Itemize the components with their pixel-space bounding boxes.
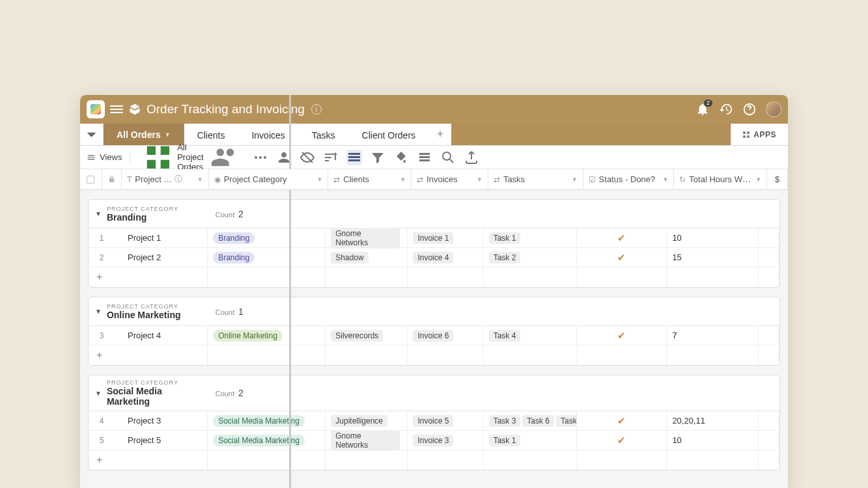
column-tasks[interactable]: ⇄ Tasks ▼ — [488, 169, 583, 189]
cell-tasks[interactable]: Task 1 — [484, 228, 578, 247]
cell-invoice[interactable]: Invoice 6 — [408, 326, 483, 345]
cell-status[interactable]: ✔ — [577, 228, 667, 247]
column-menu-button[interactable]: ▼ — [662, 176, 668, 183]
cell-tasks[interactable]: Task 4 — [484, 326, 578, 345]
task-pill[interactable]: Task 4 — [489, 330, 521, 342]
search-button[interactable] — [440, 150, 456, 165]
sort-button[interactable] — [323, 150, 339, 165]
cell-category[interactable]: Online Marketing — [208, 326, 326, 345]
share-users-button[interactable] — [276, 150, 292, 165]
column-menu-button[interactable]: ▼ — [316, 176, 322, 183]
cell-tasks[interactable]: Task 3Task 6Task — [484, 411, 578, 430]
cell-tasks[interactable]: Task 2 — [484, 248, 578, 267]
column-rate[interactable]: $ — [767, 169, 788, 189]
cell-category[interactable]: Social Media Marketing — [208, 431, 326, 450]
cell-invoice[interactable]: Invoice 3 — [408, 431, 483, 450]
row-name-cell[interactable]: 5 Project 5 — [89, 431, 208, 450]
client-pill[interactable]: Gnome Networks — [331, 228, 400, 249]
task-pill[interactable]: Task 1 — [489, 232, 521, 244]
expand-tables-button[interactable] — [80, 124, 104, 145]
row-name-cell[interactable]: 4 Project 3 — [89, 411, 208, 430]
user-avatar[interactable] — [766, 102, 781, 117]
cell-rate[interactable] — [759, 411, 779, 430]
cell-client[interactable]: Gnome Networks — [326, 431, 408, 450]
collapse-icon[interactable]: ▼ — [95, 308, 102, 315]
task-pill[interactable]: Task 6 — [522, 415, 554, 427]
cell-invoice[interactable]: Invoice 5 — [408, 411, 483, 430]
task-pill[interactable]: Task 3 — [489, 415, 521, 427]
column-project-category[interactable]: ◉ Project Category ▼ — [209, 169, 329, 189]
invoice-pill[interactable]: Invoice 1 — [413, 232, 453, 244]
column-clients[interactable]: ⇄ Clients ▼ — [328, 169, 412, 189]
invoice-pill[interactable]: Invoice 4 — [413, 252, 453, 264]
group-button[interactable] — [346, 150, 362, 165]
cell-category[interactable]: Branding — [208, 228, 326, 247]
cell-rate[interactable] — [759, 326, 779, 345]
cell-client[interactable]: Jupitelligence — [326, 411, 408, 430]
select-all-checkbox[interactable] — [80, 169, 102, 189]
info-icon[interactable]: i — [311, 104, 322, 115]
cell-client[interactable]: Silverecords — [326, 326, 408, 345]
app-logo[interactable] — [87, 100, 105, 118]
history-button[interactable] — [719, 102, 733, 116]
column-menu-button[interactable]: ▼ — [477, 176, 483, 183]
cell-category[interactable]: Social Media Marketing — [208, 411, 326, 430]
row-name-cell[interactable]: 3 Project 4 — [89, 326, 208, 345]
task-pill[interactable]: Task — [556, 415, 577, 427]
cell-hours[interactable]: 20,20,11 — [667, 411, 759, 430]
cell-hours[interactable]: 10 — [667, 431, 759, 450]
cell-status[interactable]: ✔ — [577, 248, 667, 267]
cell-rate[interactable] — [759, 248, 779, 267]
cell-client[interactable]: Shadow — [326, 248, 408, 267]
add-row[interactable]: + — [89, 450, 779, 470]
tab-client-orders[interactable]: Client Orders — [349, 124, 429, 145]
group-header[interactable]: ▼ PROJECT CATEGORY Social Media Marketin… — [89, 375, 779, 411]
collapse-icon[interactable]: ▼ — [95, 390, 102, 397]
table-body[interactable]: ▼ PROJECT CATEGORY Branding Count 2 1 Pr… — [80, 190, 788, 488]
cell-status[interactable]: ✔ — [577, 431, 667, 450]
notifications-button[interactable]: 2 — [695, 102, 710, 116]
cell-invoice[interactable]: Invoice 4 — [408, 248, 483, 267]
cell-rate[interactable] — [759, 228, 779, 247]
filter-button[interactable] — [370, 150, 385, 165]
cell-invoice[interactable]: Invoice 1 — [408, 228, 483, 247]
cell-rate[interactable] — [759, 431, 779, 450]
column-total-hours[interactable]: ↻ Total Hours W… ▼ — [674, 169, 767, 189]
cell-hours[interactable]: 7 — [667, 326, 759, 345]
add-row[interactable]: + — [89, 267, 779, 287]
table-row[interactable]: 4 Project 3 Social Media Marketing Jupit… — [89, 411, 779, 431]
color-button[interactable] — [393, 150, 409, 165]
column-menu-button[interactable]: ▼ — [755, 176, 761, 183]
add-table-button[interactable]: + — [429, 124, 451, 145]
task-pill[interactable]: Task 1 — [489, 435, 521, 446]
group-header[interactable]: ▼ PROJECT CATEGORY Branding Count 2 — [89, 200, 779, 228]
client-pill[interactable]: Jupitelligence — [331, 415, 387, 427]
cell-category[interactable]: Branding — [208, 248, 326, 267]
views-button[interactable]: Views — [87, 152, 122, 162]
export-button[interactable] — [464, 150, 479, 165]
help-button[interactable] — [742, 102, 757, 116]
menu-icon[interactable] — [110, 103, 123, 116]
invoice-pill[interactable]: Invoice 3 — [413, 435, 453, 446]
tab-tasks[interactable]: Tasks — [299, 124, 349, 145]
column-project-name[interactable]: T Project … ⓘ ▼ — [122, 169, 209, 189]
row-height-button[interactable] — [417, 150, 432, 165]
table-row[interactable]: 1 Project 1 Branding Gnome Networks Invo… — [89, 228, 779, 248]
cell-hours[interactable]: 10 — [667, 228, 759, 247]
column-invoices[interactable]: ⇄ Invoices ▼ — [412, 169, 488, 189]
invoice-pill[interactable]: Invoice 5 — [413, 415, 453, 427]
group-header[interactable]: ▼ PROJECT CATEGORY Online Marketing Coun… — [89, 297, 779, 326]
cell-client[interactable]: Gnome Networks — [326, 228, 408, 247]
cell-status[interactable]: ✔ — [577, 411, 667, 430]
add-row[interactable]: + — [89, 346, 779, 365]
table-row[interactable]: 5 Project 5 Social Media Marketing Gnome… — [89, 431, 779, 450]
cell-tasks[interactable]: Task 1 — [484, 431, 578, 450]
collapse-icon[interactable]: ▼ — [95, 210, 102, 217]
invoice-pill[interactable]: Invoice 6 — [413, 330, 453, 342]
client-pill[interactable]: Shadow — [331, 252, 368, 264]
row-name-cell[interactable]: 2 Project 2 — [89, 248, 208, 267]
tab-invoices[interactable]: Invoices — [238, 124, 298, 145]
apps-button[interactable]: APPS — [731, 124, 788, 145]
client-pill[interactable]: Gnome Networks — [331, 430, 400, 451]
column-menu-button[interactable]: ▼ — [400, 176, 406, 183]
